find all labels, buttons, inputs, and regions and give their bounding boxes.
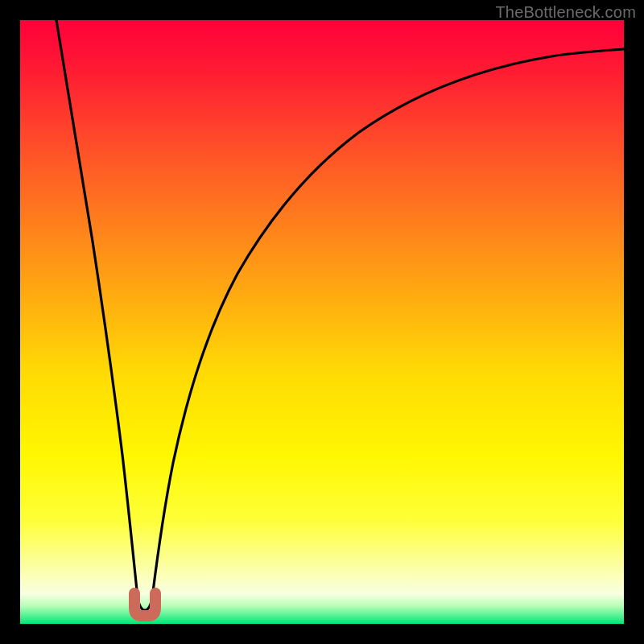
watermark-text: TheBottleneck.com xyxy=(495,3,636,22)
curve-layer xyxy=(20,20,624,624)
plot-area xyxy=(20,20,624,624)
bottleneck-curve xyxy=(56,20,624,610)
chart-frame: TheBottleneck.com xyxy=(0,0,644,644)
min-marker-icon xyxy=(134,593,155,616)
